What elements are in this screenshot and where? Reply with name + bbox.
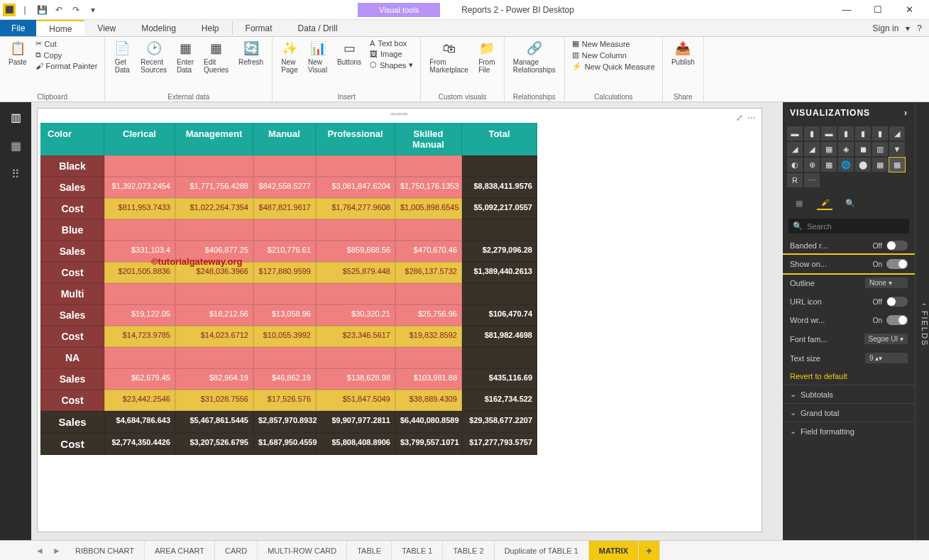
collapse-icon[interactable]: › xyxy=(904,108,908,118)
revert-default-link[interactable]: Revert to default xyxy=(783,368,915,385)
page-tab[interactable]: TABLE xyxy=(347,541,392,561)
tab-prev-icon[interactable]: ◄ xyxy=(31,542,48,559)
tab-datadrill[interactable]: Data / Drill xyxy=(285,20,351,36)
tab-home[interactable]: Home xyxy=(36,20,84,36)
dropdown[interactable]: None ▾ xyxy=(865,278,908,288)
page-tab[interactable]: Duplicate of TABLE 1 xyxy=(495,541,589,561)
new-quick-measure-button[interactable]: ⚡New Quick Measure xyxy=(569,61,658,72)
qat-dropdown-icon[interactable]: ▾ xyxy=(85,2,101,18)
help-icon[interactable]: ? xyxy=(917,23,922,33)
matrix-group-cell[interactable]: NA xyxy=(40,347,104,368)
viz-type-icon[interactable]: ▦ xyxy=(821,142,837,156)
accordion-section[interactable]: ⌄Grand total xyxy=(783,403,915,422)
viz-type-icon[interactable]: ▦ xyxy=(872,158,888,172)
viz-type-icon[interactable]: ⬤ xyxy=(855,158,871,172)
edit-queries-button[interactable]: ▦Edit Queries xyxy=(199,38,233,75)
viz-type-icon[interactable]: ▦ xyxy=(821,158,837,172)
format-tab-icon[interactable]: 🖌 xyxy=(817,196,832,210)
page-tab[interactable]: TABLE 1 xyxy=(392,541,443,561)
search-input[interactable]: 🔍 Search xyxy=(788,219,909,234)
viz-type-icon[interactable]: ⊕ xyxy=(804,158,820,172)
fields-pane-collapsed[interactable]: ‹ FIELDS xyxy=(915,102,929,540)
focus-mode-icon[interactable]: ⤢ xyxy=(736,113,743,123)
viz-type-icon[interactable]: ◐ xyxy=(787,158,803,172)
redo-icon[interactable]: ↷ xyxy=(68,2,84,18)
report-view-icon[interactable]: ▥ xyxy=(8,109,23,125)
viz-type-icon[interactable]: ◢ xyxy=(889,126,905,141)
dropdown[interactable]: Segoe UI ▾ xyxy=(864,334,908,344)
analytics-tab-icon[interactable]: 🔍 xyxy=(842,196,858,210)
viz-type-icon[interactable]: 🌐 xyxy=(838,158,854,172)
viz-type-icon[interactable]: ⋯ xyxy=(804,173,820,187)
manage-relationships-button[interactable]: 🔗Manage Relationships xyxy=(509,38,560,75)
new-page-button[interactable]: ✨New Page xyxy=(277,38,302,75)
page-tab[interactable]: MULTI-ROW CARD xyxy=(258,541,347,561)
save-icon[interactable]: 💾 xyxy=(34,2,50,18)
tab-help[interactable]: Help xyxy=(189,20,232,36)
expand-icon[interactable]: ‹ xyxy=(920,303,929,307)
toggle[interactable] xyxy=(886,297,908,307)
get-data-button[interactable]: 📄Get Data xyxy=(109,38,135,75)
buttons-button[interactable]: ▭Buttons xyxy=(333,38,365,67)
viz-type-icon[interactable]: ▬ xyxy=(821,126,837,141)
new-column-button[interactable]: ▥New Column xyxy=(569,50,658,60)
accordion-section[interactable]: ⌄Field formatting xyxy=(783,422,915,440)
accordion-section[interactable]: ⌄Subtotals xyxy=(783,385,915,403)
viz-type-icon[interactable]: ▥ xyxy=(872,142,888,156)
viz-type-icon[interactable]: ▮ xyxy=(838,126,854,141)
matrix-visual[interactable]: ═══ ⤢ ⋯ ColorClericalManagementManualPro… xyxy=(37,108,762,532)
viz-type-icon[interactable]: ▮ xyxy=(804,126,820,141)
close-button[interactable]: ✕ xyxy=(894,0,925,20)
matrix-header[interactable]: Color xyxy=(40,123,104,155)
new-measure-button[interactable]: ▦New Measure xyxy=(569,38,658,49)
page-tab[interactable]: AREA CHART xyxy=(145,541,215,561)
viz-type-icon[interactable]: ◢ xyxy=(804,142,820,156)
fields-tab-icon[interactable]: ▦ xyxy=(791,196,807,210)
from-marketplace-button[interactable]: 🛍From Marketplace xyxy=(425,38,472,75)
number-input[interactable]: 9 ▴▾ xyxy=(865,353,908,363)
page-tab[interactable]: MATRIX xyxy=(589,541,639,561)
matrix-header[interactable]: Total xyxy=(462,123,537,155)
viz-type-icon[interactable]: ▼ xyxy=(889,142,905,156)
recent-sources-button[interactable]: 🕑Recent Sources xyxy=(136,38,171,75)
report-canvas[interactable]: ═══ ⤢ ⋯ ColorClericalManagementManualPro… xyxy=(31,102,783,540)
publish-button[interactable]: 📤Publish xyxy=(667,38,699,67)
undo-icon[interactable]: ↶ xyxy=(51,2,67,18)
matrix-header[interactable]: Professional xyxy=(316,123,395,155)
tab-view[interactable]: View xyxy=(84,20,128,36)
refresh-button[interactable]: 🔄Refresh xyxy=(234,38,268,67)
shapes-button[interactable]: ⬡Shapes▾ xyxy=(367,60,416,70)
cut-button[interactable]: ✂Cut xyxy=(33,38,101,49)
viz-type-icon[interactable]: ▦ xyxy=(889,158,905,172)
minimize-button[interactable]: — xyxy=(831,0,862,20)
chevron-down-icon[interactable]: ▾ xyxy=(906,23,910,33)
add-page-button[interactable]: + xyxy=(639,541,660,561)
matrix-header[interactable]: Clerical xyxy=(104,123,175,155)
viz-type-icon[interactable]: ▮ xyxy=(855,126,871,141)
tab-format[interactable]: Format xyxy=(233,20,285,36)
matrix-header[interactable]: Manual xyxy=(253,123,316,155)
more-options-icon[interactable]: ⋯ xyxy=(747,113,756,123)
tab-next-icon[interactable]: ► xyxy=(48,542,65,559)
copy-button[interactable]: ⧉Copy xyxy=(33,50,101,60)
enter-data-button[interactable]: ▦Enter Data xyxy=(172,38,198,75)
viz-type-icon[interactable]: ◢ xyxy=(787,142,803,156)
new-visual-button[interactable]: 📊New Visual xyxy=(304,38,331,75)
file-menu[interactable]: File xyxy=(0,20,36,36)
matrix-group-cell[interactable]: Multi xyxy=(40,283,104,304)
viz-type-icon[interactable]: R xyxy=(787,173,803,187)
matrix-group-cell[interactable]: Blue xyxy=(40,219,104,241)
from-file-button[interactable]: 📁From File xyxy=(474,38,500,75)
toggle[interactable] xyxy=(886,241,908,251)
matrix-header[interactable]: SkilledManual xyxy=(395,123,462,155)
matrix-header[interactable]: Management xyxy=(175,123,253,155)
page-tab[interactable]: CARD xyxy=(215,541,258,561)
viz-type-icon[interactable]: ▬ xyxy=(787,126,803,141)
matrix-group-cell[interactable]: Black xyxy=(40,155,104,177)
viz-type-icon[interactable]: ◼ xyxy=(855,142,871,156)
viz-type-icon[interactable]: ◈ xyxy=(838,142,854,156)
sign-in-link[interactable]: Sign in xyxy=(873,23,899,33)
page-tab[interactable]: RIBBON CHART xyxy=(65,541,145,561)
paste-button[interactable]: 📋Paste xyxy=(4,38,31,67)
grip-icon[interactable]: ═══ xyxy=(391,110,408,118)
